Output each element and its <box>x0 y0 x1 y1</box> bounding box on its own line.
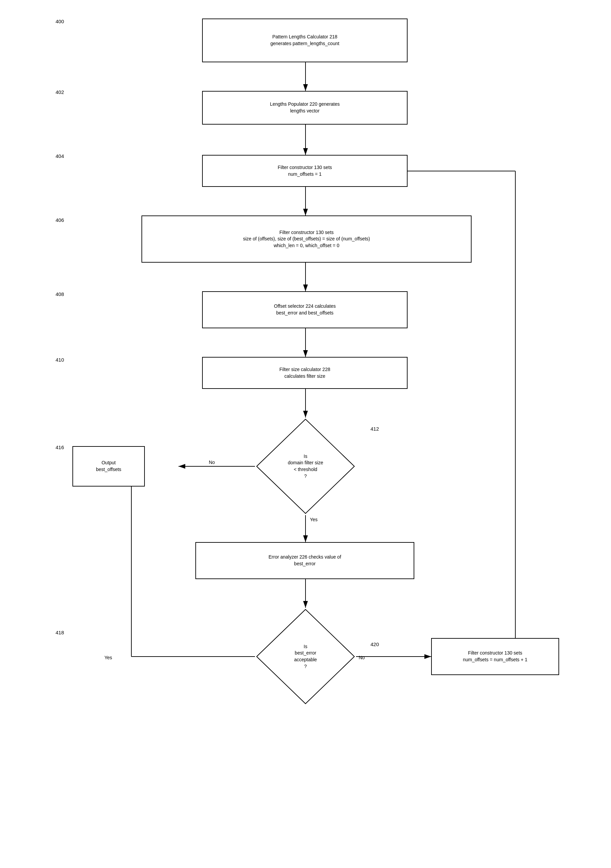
label-416: 416 <box>56 445 64 450</box>
label-406: 406 <box>56 217 64 223</box>
label-412: 412 <box>371 426 379 432</box>
box-406-text: Filter constructor 130 setssize of (offs… <box>243 229 370 249</box>
arrow-label-no-412: No <box>209 460 215 465</box>
arrow-label-yes-418: Yes <box>104 655 112 660</box>
diamond-412: Isdomain filter size< threshold? <box>255 417 356 515</box>
box-414-text: Error analyzer 226 checks value ofbest_e… <box>268 554 341 567</box>
arrow-label-no-418: No <box>359 655 365 660</box>
box-410-text: Filter size calculator 228calculates fil… <box>279 366 330 380</box>
label-420: 420 <box>371 642 379 647</box>
box-416-text: Outputbest_offsets <box>96 460 121 473</box>
box-416: Outputbest_offsets <box>73 446 145 487</box>
arrow-label-yes-412: Yes <box>310 517 318 522</box>
box-408-text: Offset selector 224 calculatesbest_error… <box>274 303 335 316</box>
box-420: Filter constructor 130 setsnum_offsets =… <box>431 638 559 675</box>
label-410: 410 <box>56 357 64 363</box>
box-410: Filter size calculator 228calculates fil… <box>202 357 408 389</box>
box-400: Pattern Lengths Calculator 218generates … <box>202 19 408 62</box>
diamond-418-text: Isbest_erroracceptable? <box>294 643 317 670</box>
box-408: Offset selector 224 calculatesbest_error… <box>202 291 408 328</box>
box-404: Filter constructor 130 setsnum_offsets =… <box>202 155 408 187</box>
label-400: 400 <box>56 19 64 24</box>
box-420-text: Filter constructor 130 setsnum_offsets =… <box>463 650 527 663</box>
box-400-text: Pattern Lengths Calculator 218generates … <box>270 34 340 47</box>
box-404-text: Filter constructor 130 setsnum_offsets =… <box>278 164 332 177</box>
box-414: Error analyzer 226 checks value ofbest_e… <box>195 542 414 579</box>
flowchart: 400 Pattern Lengths Calculator 218genera… <box>0 0 611 868</box>
diamond-418: Isbest_erroracceptable? <box>255 608 356 705</box>
box-406: Filter constructor 130 setssize of (offs… <box>141 215 471 263</box>
label-408: 408 <box>56 291 64 297</box>
box-402-text: Lengths Populator 220 generateslengths v… <box>270 101 340 114</box>
label-418: 418 <box>56 629 64 636</box>
label-402: 402 <box>56 89 64 95</box>
box-402: Lengths Populator 220 generateslengths v… <box>202 91 408 125</box>
label-404: 404 <box>56 153 64 159</box>
diamond-412-text: Isdomain filter size< threshold? <box>288 453 323 479</box>
